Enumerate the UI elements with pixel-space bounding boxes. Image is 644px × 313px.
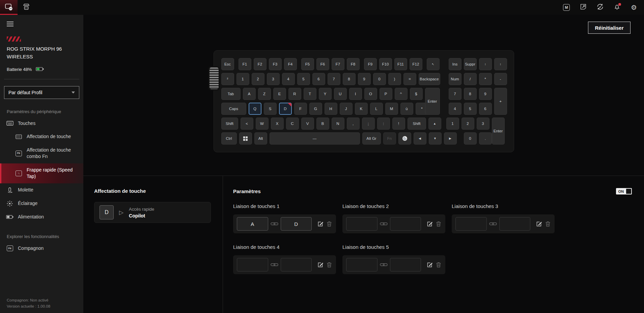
keyboard-key[interactable]: ◀	[414, 132, 426, 145]
settings-button[interactable]: ⚙	[630, 3, 638, 11]
key-x[interactable]: X	[271, 118, 284, 130]
key-f4[interactable]: F4	[284, 58, 297, 70]
binding-key-1[interactable]	[455, 217, 487, 231]
key-p[interactable]: P	[380, 88, 392, 100]
sidebar-item-affectation-combo-fn[interactable]: FN Affectation de touche combo Fn	[0, 144, 83, 163]
key-w[interactable]: W	[256, 118, 269, 130]
keyboard-key[interactable]: )	[388, 73, 401, 85]
key-1[interactable]: 1	[236, 73, 249, 85]
key-f7[interactable]: F7	[332, 58, 344, 70]
key-a[interactable]: A	[243, 88, 256, 100]
keyboard-key[interactable]: =	[403, 73, 416, 85]
key-1[interactable]: 1	[446, 118, 459, 130]
reset-button[interactable]: Réinitialiser	[588, 22, 631, 34]
key-f1[interactable]: F1	[239, 58, 251, 70]
keyboard-key[interactable]: ↕	[479, 58, 492, 70]
sidebar-item-touches[interactable]: Touches	[0, 117, 83, 130]
delete-icon[interactable]	[326, 262, 332, 268]
edit-icon[interactable]	[426, 261, 433, 268]
key-y[interactable]: Y	[319, 88, 332, 100]
key-b[interactable]: B	[316, 118, 329, 130]
key-fn[interactable]: Fn	[383, 132, 396, 145]
key-5[interactable]: 5	[297, 73, 310, 85]
key-3[interactable]: 3	[267, 73, 280, 85]
key-f10[interactable]: F10	[379, 58, 392, 70]
key-caps[interactable]: Caps	[221, 103, 246, 115]
key-f[interactable]: F	[294, 103, 307, 115]
sidebar-item-affectation-de-touche[interactable]: Affectation de touche	[0, 130, 83, 144]
keyboard-key[interactable]: !	[392, 118, 405, 130]
key-0[interactable]: 0	[464, 132, 477, 145]
key-windows[interactable]	[239, 132, 252, 145]
key-7[interactable]: 7	[449, 88, 461, 100]
key-f2[interactable]: F2	[254, 58, 267, 70]
profile-dropdown[interactable]: Par défaut Profil	[4, 86, 79, 99]
key-tab[interactable]: Tab	[221, 88, 241, 100]
delete-icon[interactable]	[436, 262, 442, 268]
key-alt[interactable]: Alt	[254, 132, 267, 145]
key-v[interactable]: V	[301, 118, 314, 130]
key-i[interactable]: I	[349, 88, 362, 100]
key-r[interactable]: R	[288, 88, 301, 100]
update-check-button[interactable]	[596, 3, 604, 11]
key-6[interactable]: 6	[479, 103, 492, 115]
key-g[interactable]: G	[309, 103, 322, 115]
key-8[interactable]: 8	[464, 88, 477, 100]
key-ctrl[interactable]: Ctrl	[221, 132, 237, 145]
binding-key-1[interactable]	[346, 217, 377, 231]
sidebar-item-alimentation[interactable]: Alimentation	[0, 210, 83, 224]
key-n[interactable]: N	[332, 118, 344, 130]
keyboard-key[interactable]: -	[494, 73, 507, 85]
tools-button[interactable]	[579, 3, 587, 11]
notifications-button[interactable]	[613, 3, 621, 11]
keyboard-key[interactable]: ▲	[428, 118, 441, 130]
tab-add-device[interactable]	[18, 0, 35, 15]
keyboard-key[interactable]: :	[377, 118, 390, 130]
keyboard-key[interactable]: +	[494, 88, 507, 115]
keyboard-key[interactable]: ;	[362, 118, 375, 130]
key-j[interactable]: J	[340, 103, 353, 115]
key-d[interactable]: D	[279, 103, 292, 115]
key-f6[interactable]: F6	[316, 58, 329, 70]
key-c[interactable]: C	[286, 118, 299, 130]
key-z[interactable]: Z	[258, 88, 271, 100]
keyboard-key[interactable]: ,	[347, 118, 360, 130]
binding-key-1[interactable]	[346, 258, 377, 271]
keyboard-key[interactable]: /	[464, 73, 477, 85]
key-backspace[interactable]: Backspace	[419, 73, 440, 85]
key-2[interactable]: 2	[461, 118, 474, 130]
binding-key-2[interactable]	[499, 217, 531, 231]
aura-m-button[interactable]: M	[562, 3, 570, 11]
edit-icon[interactable]	[317, 220, 324, 227]
key-ins[interactable]: Ins	[449, 58, 461, 70]
edit-icon[interactable]	[317, 261, 324, 268]
key-4[interactable]: 4	[449, 103, 461, 115]
key-0[interactable]: 0	[373, 73, 386, 85]
delete-icon[interactable]	[545, 221, 551, 227]
volume-wheel[interactable]	[209, 68, 219, 89]
key-enter[interactable]: Enter	[492, 118, 505, 145]
keyboard-key[interactable]: —	[270, 132, 360, 145]
key-k[interactable]: K	[355, 103, 368, 115]
assigned-key[interactable]: D	[100, 205, 114, 219]
key-f12[interactable]: F12	[410, 58, 422, 70]
key-copilot[interactable]	[398, 132, 411, 145]
keyboard-key[interactable]: $	[410, 88, 423, 100]
key-7[interactable]: 7	[328, 73, 340, 85]
edit-icon[interactable]	[426, 220, 433, 227]
key-3[interactable]: 3	[477, 118, 489, 130]
binding-key-2[interactable]	[390, 217, 421, 231]
key-t[interactable]: T	[304, 88, 316, 100]
key-shift[interactable]: Shift	[221, 118, 238, 130]
key-2[interactable]: 2	[252, 73, 264, 85]
speed-tap-toggle[interactable]: ON	[616, 188, 632, 194]
key-altgr[interactable]: Alt Gr	[362, 132, 381, 145]
key-5[interactable]: 5	[464, 103, 477, 115]
key-shift[interactable]: Shift	[408, 118, 426, 130]
key-f5[interactable]: F5	[301, 58, 314, 70]
keyboard-key[interactable]: <	[241, 118, 253, 130]
binding-key-2[interactable]: D	[281, 217, 312, 231]
edit-icon[interactable]	[536, 220, 542, 227]
key-f3[interactable]: F3	[269, 58, 282, 70]
key-m[interactable]: M	[385, 103, 398, 115]
